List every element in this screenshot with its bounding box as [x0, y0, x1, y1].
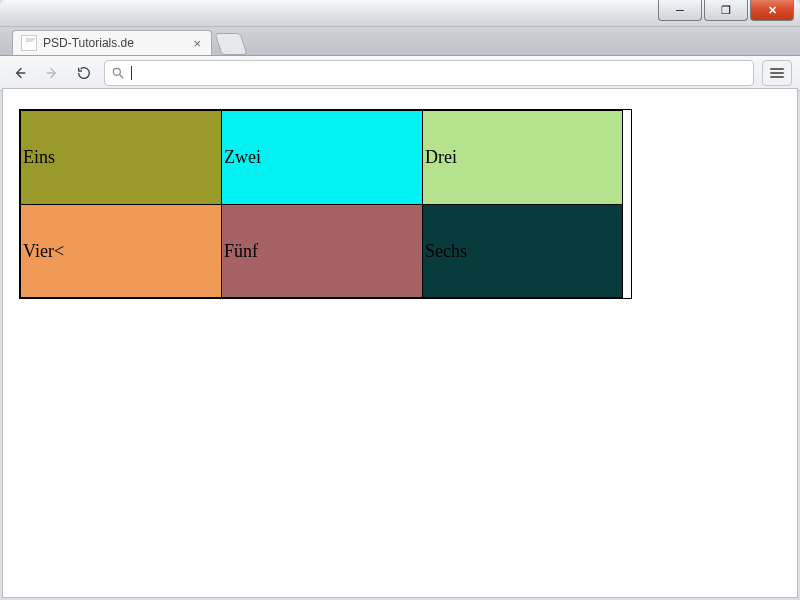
- window-titlebar: ─ ❐ ✕: [0, 0, 800, 27]
- tab-close-icon[interactable]: ×: [193, 36, 201, 51]
- tab-title: PSD-Tutorials.de: [43, 36, 134, 50]
- arrow-left-icon: [12, 65, 28, 81]
- grid-cell: Eins: [20, 110, 221, 204]
- page-viewport: Eins Zwei Drei Vier< Fünf Sechs: [2, 88, 798, 598]
- window-controls: ─ ❐ ✕: [658, 0, 794, 21]
- close-button[interactable]: ✕: [750, 0, 794, 21]
- cell-label: Zwei: [224, 147, 261, 168]
- tab-strip: PSD-Tutorials.de ×: [0, 27, 800, 56]
- grid-cell: Sechs: [422, 204, 623, 298]
- minimize-icon: ─: [676, 4, 684, 16]
- maximize-icon: ❐: [721, 4, 731, 17]
- new-tab-button[interactable]: [214, 33, 247, 55]
- arrow-right-icon: [44, 65, 60, 81]
- tab-active[interactable]: PSD-Tutorials.de ×: [12, 30, 212, 55]
- forward-button[interactable]: [40, 61, 64, 85]
- reload-icon: [76, 65, 92, 81]
- search-icon: [111, 66, 125, 80]
- grid-cell: Drei: [422, 110, 623, 204]
- file-icon: [21, 35, 37, 51]
- svg-point-0: [113, 68, 120, 75]
- minimize-button[interactable]: ─: [658, 0, 702, 21]
- address-bar[interactable]: [104, 60, 754, 86]
- maximize-button[interactable]: ❐: [704, 0, 748, 21]
- grid-cell: Fünf: [221, 204, 422, 298]
- reload-button[interactable]: [72, 61, 96, 85]
- cell-label: Drei: [425, 147, 457, 168]
- cell-label: Sechs: [425, 241, 467, 262]
- close-icon: ✕: [768, 4, 777, 17]
- menu-button[interactable]: [762, 60, 792, 86]
- grid-cell: Vier<: [20, 204, 221, 298]
- back-button[interactable]: [8, 61, 32, 85]
- color-grid: Eins Zwei Drei Vier< Fünf Sechs: [19, 109, 632, 299]
- grid-cell: Zwei: [221, 110, 422, 204]
- svg-line-1: [120, 75, 124, 79]
- hamburger-icon: [770, 68, 784, 70]
- cell-label: Fünf: [224, 241, 258, 262]
- cell-label: Vier<: [23, 241, 64, 262]
- text-caret: [131, 66, 132, 80]
- toolbar: [0, 56, 800, 91]
- cell-label: Eins: [23, 147, 55, 168]
- browser-window: ─ ❐ ✕ PSD-Tutorials.de ×: [0, 0, 800, 600]
